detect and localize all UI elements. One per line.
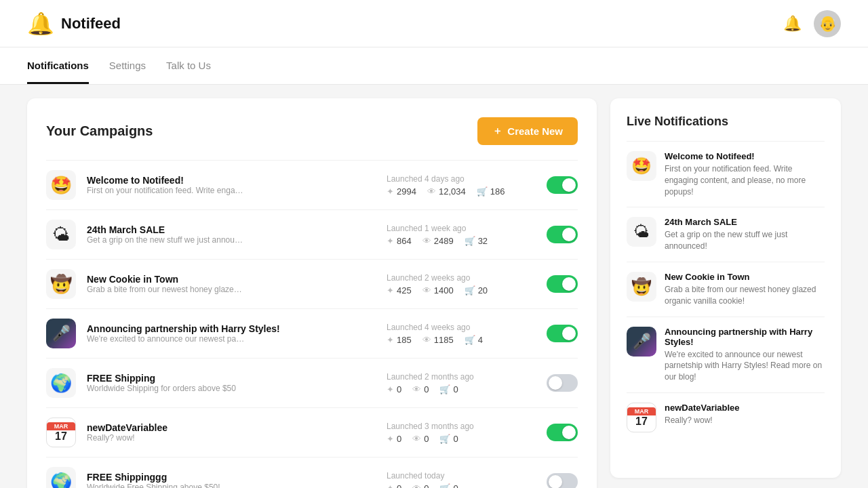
nav-item-talk[interactable]: Talk to Us [166, 47, 211, 84]
stats-numbers: ✦ 425 👁 1400 🛒 20 [387, 285, 536, 296]
toggle-check: ✓ [568, 328, 574, 337]
eye-icon: 👁 [412, 483, 421, 489]
table-row: 🎤 Announcing partnership with Harry Styl… [46, 308, 578, 358]
toggle-check: ✓ [568, 427, 574, 436]
campaign-desc: Grab a bite from our newest honey glaze… [87, 285, 376, 294]
click-icon: ✦ [387, 285, 394, 296]
campaign-name: FREE Shipping [87, 373, 376, 384]
campaign-name: Announcing partnership with Harry Styles… [87, 323, 376, 334]
stats-launched: Launched 4 weeks ago [387, 323, 536, 332]
eye-icon: 👁 [427, 186, 436, 197]
bell-icon[interactable]: 🔔 [783, 15, 802, 33]
cart-icon: 🛒 [477, 186, 488, 197]
table-row: 🤩 Welcome to Notifeed! First on your not… [46, 160, 578, 209]
campaign-icon: 🎤 [46, 319, 76, 348]
campaign-toggle[interactable]: ⏸ [547, 473, 578, 488]
stats-launched: Launched 4 days ago [387, 174, 536, 184]
stat-cart: 🛒 32 [465, 236, 488, 246]
stats-numbers: ✦ 0 👁 0 🛒 0 [387, 483, 536, 489]
cart-icon: 🛒 [465, 285, 475, 296]
click-icon: ✦ [387, 186, 394, 197]
campaign-info: FREE Shipping Worldwide Shipping for ord… [87, 373, 376, 393]
click-icon: ✦ [387, 335, 394, 345]
campaign-icon: MAR 17 [46, 418, 76, 447]
header: 🔔 Notifeed 🔔 👴 [0, 0, 868, 47]
nav-item-notifications[interactable]: Notifications [27, 47, 89, 84]
campaign-toggle[interactable]: ✓ [547, 424, 578, 441]
notif-item-title: newDateVariablee [665, 403, 825, 413]
list-item: 🎤 Announcing partnership with Harry Styl… [627, 317, 825, 392]
stat-clicks: ✦ 2994 [387, 186, 416, 197]
cart-icon: 🛒 [439, 434, 450, 444]
stat-cart: 🛒 4 [465, 335, 483, 345]
campaigns-header: Your Campaigns ＋ Create New [46, 117, 578, 145]
campaign-toggle[interactable]: ⏸ [547, 374, 578, 392]
campaign-toggle[interactable]: ✓ [547, 176, 578, 194]
campaign-icon: 🌍 [46, 368, 76, 398]
table-row: 🌍 FREE Shippinggg Worldwide Free Shippin… [46, 457, 578, 488]
live-notifications-panel: Live Notifications 🤩 Welcome to Notifeed… [610, 98, 841, 478]
campaign-icon: 🤩 [46, 170, 76, 200]
eye-icon: 👁 [422, 285, 431, 296]
list-item: 🤩 Welcome to Notifeed! First on your not… [627, 141, 825, 207]
toggle-pause: ⏸ [551, 477, 559, 485]
stat-clicks: ✦ 0 [387, 483, 401, 489]
campaigns-title: Your Campaigns [46, 123, 153, 139]
stat-clicks: ✦ 425 [387, 285, 412, 296]
campaign-desc: Really? wow! [87, 433, 376, 443]
stats-launched: Launched 3 months ago [387, 422, 536, 431]
stat-cart: 🛒 0 [439, 384, 458, 394]
logo-icon: 🔔 [27, 11, 54, 37]
click-icon: ✦ [387, 434, 394, 444]
header-right: 🔔 👴 [783, 10, 841, 37]
live-notifications-title: Live Notifications [627, 115, 825, 129]
list-item: MAR 17 newDateVariablee Really? wow! [627, 392, 825, 442]
notif-icon: 🤩 [627, 151, 656, 181]
campaign-icon: 🌤 [46, 220, 76, 249]
stat-cart: 🛒 186 [477, 186, 505, 197]
campaign-stats: Launched 4 days ago ✦ 2994 👁 12,034 🛒 18… [387, 174, 536, 197]
stat-views: 👁 1400 [422, 285, 454, 296]
notif-item-desc: We're excited to announce our newest par… [665, 349, 825, 383]
campaign-stats: Launched 1 week ago ✦ 864 👁 2489 🛒 32 [387, 224, 536, 246]
stat-views: 👁 0 [412, 384, 429, 394]
stat-views: 👁 1185 [422, 335, 454, 345]
stat-cart: 🛒 0 [439, 434, 458, 444]
toggle-check: ✓ [568, 229, 574, 238]
toggle-check: ✓ [568, 279, 574, 287]
campaign-name: FREE Shippinggg [87, 472, 376, 483]
campaign-stats: Launched 2 weeks ago ✦ 425 👁 1400 🛒 20 [387, 273, 536, 296]
notif-icon: MAR 17 [627, 403, 656, 432]
notif-list: 🤩 Welcome to Notifeed! First on your not… [627, 141, 825, 442]
eye-icon: 👁 [412, 434, 421, 444]
campaign-stats: Launched today ✦ 0 👁 0 🛒 0 [387, 471, 536, 489]
click-icon: ✦ [387, 236, 394, 246]
notif-content: 24th March SALE Get a grip on the new st… [665, 217, 825, 252]
eye-icon: 👁 [422, 335, 431, 345]
stats-numbers: ✦ 185 👁 1185 🛒 4 [387, 335, 536, 345]
list-item: 🌤 24th March SALE Get a grip on the new … [627, 207, 825, 262]
stat-views: 👁 2489 [422, 236, 454, 246]
notif-item-title: Announcing partnership with Harry Styles… [665, 327, 825, 347]
click-icon: ✦ [387, 483, 394, 489]
stat-clicks: ✦ 0 [387, 384, 401, 394]
stats-launched: Launched 2 months ago [387, 372, 536, 382]
campaign-info: Welcome to Notifeed! First on your notif… [87, 175, 376, 195]
stats-launched: Launched 1 week ago [387, 224, 536, 233]
campaign-name: newDateVariablee [87, 422, 376, 433]
nav-item-settings[interactable]: Settings [109, 47, 146, 84]
campaign-list: 🤩 Welcome to Notifeed! First on your not… [46, 160, 578, 488]
click-icon: ✦ [387, 384, 394, 394]
notif-icon: 🌤 [627, 217, 656, 247]
campaign-desc: Get a grip on the new stuff we just anno… [87, 235, 376, 245]
create-new-button[interactable]: ＋ Create New [477, 117, 578, 145]
campaign-toggle[interactable]: ✓ [547, 226, 578, 243]
stat-cart: 🛒 0 [439, 483, 458, 489]
avatar[interactable]: 👴 [814, 10, 841, 37]
notif-item-title: Welcome to Notifeed! [665, 151, 825, 161]
notif-item-desc: Really? wow! [665, 415, 825, 426]
campaign-stats: Launched 2 months ago ✦ 0 👁 0 🛒 0 [387, 372, 536, 394]
campaign-name: Welcome to Notifeed! [87, 175, 376, 186]
campaign-toggle[interactable]: ✓ [547, 325, 578, 342]
campaign-toggle[interactable]: ✓ [547, 275, 578, 293]
